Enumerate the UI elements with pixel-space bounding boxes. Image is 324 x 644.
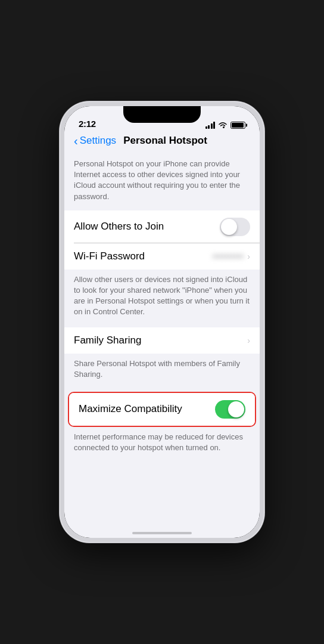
wifi-password-label: Wi-Fi Password: [74, 250, 145, 262]
hotspot-info-text: Personal Hotspot on your iPhone can prov…: [64, 151, 260, 210]
wifi-password-row[interactable]: Wi-Fi Password •••••••••• ›: [64, 243, 260, 270]
home-indicator: [132, 532, 192, 534]
notch: [123, 106, 201, 123]
maximize-compatibility-row: Maximize Compatibility: [69, 393, 255, 426]
maximize-wrapper: Maximize Compatibility: [64, 389, 260, 427]
family-sharing-row[interactable]: Family Sharing ›: [64, 327, 260, 354]
maximize-compatibility-highlight: Maximize Compatibility: [68, 392, 256, 427]
family-sharing-label: Family Sharing: [74, 335, 141, 346]
toggle-knob: [221, 219, 237, 235]
back-label: Settings: [80, 135, 116, 147]
family-sharing-card: Family Sharing ›: [64, 327, 260, 354]
content-area: Personal Hotspot on your iPhone can prov…: [64, 151, 260, 521]
phone-frame: 2:12: [60, 101, 264, 543]
maximize-compatibility-toggle[interactable]: [215, 400, 245, 419]
wifi-icon: [218, 122, 228, 129]
status-time: 2:12: [79, 119, 96, 129]
status-icons: [205, 122, 246, 129]
navigation-bar: ‹ Settings Personal Hotspot: [64, 132, 260, 151]
allow-others-label: Allow Others to Join: [74, 221, 164, 233]
family-sharing-chevron-icon: ›: [247, 336, 250, 345]
chevron-right-icon: ›: [247, 252, 250, 261]
maximize-compatibility-footer: Internet performance may be reduced for …: [64, 427, 260, 463]
maximize-toggle-knob: [228, 401, 244, 417]
allow-others-toggle[interactable]: [220, 218, 250, 236]
wifi-password-value: ••••••••••: [213, 251, 244, 261]
back-chevron-icon: ‹: [74, 135, 78, 147]
back-button[interactable]: ‹ Settings: [74, 135, 116, 147]
main-settings-card: Allow Others to Join Wi-Fi Password ••••…: [64, 210, 260, 270]
battery-icon: [230, 122, 245, 129]
page-title: Personal Hotspot: [116, 135, 214, 147]
signal-icon: [205, 122, 216, 129]
home-indicator-area: [64, 521, 260, 538]
family-sharing-footer: Share Personal Hotspot with members of F…: [64, 354, 260, 389]
toggle-section-footer: Allow other users or devices not signed …: [64, 270, 260, 327]
maximize-compatibility-card: Maximize Compatibility: [69, 393, 255, 426]
allow-others-row: Allow Others to Join: [64, 210, 260, 243]
maximize-compatibility-label: Maximize Compatibility: [79, 403, 182, 415]
wifi-password-right: •••••••••• ›: [213, 251, 250, 261]
